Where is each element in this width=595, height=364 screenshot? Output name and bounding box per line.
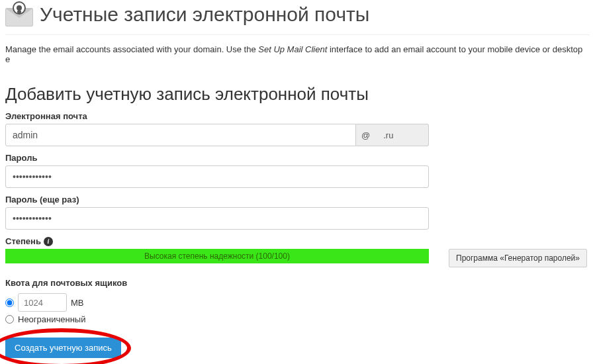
info-icon[interactable]: i — [44, 237, 53, 246]
quota-label: Квота для почтовых ящиков — [5, 278, 590, 288]
strength-bar: Высокая степень надежности (100/100) — [5, 249, 429, 263]
quota-unlimited-label: Неограниченный — [18, 314, 85, 324]
quota-unlimited-radio[interactable] — [5, 315, 14, 324]
password-label: Пароль — [5, 153, 429, 163]
section-heading: Добавить учетную запись электронной почт… — [5, 84, 590, 105]
strength-text: Высокая степень надежности (100/100) — [144, 251, 290, 261]
password-confirm-input[interactable] — [5, 207, 429, 230]
strength-label-text: Степень — [5, 236, 41, 246]
domain-suffix: .ru — [383, 130, 393, 140]
quota-limited-radio[interactable] — [5, 298, 14, 307]
intro-em: Set Up Mail Client — [258, 44, 327, 54]
strength-label: Степень i — [5, 236, 429, 246]
quota-unit: MB — [71, 298, 84, 308]
password-input[interactable] — [5, 165, 429, 188]
create-account-button[interactable]: Создать учетную запись — [5, 338, 121, 358]
at-symbol: @ — [361, 130, 370, 140]
email-domain-addon: @ .ru — [356, 124, 429, 146]
password2-label: Пароль (еще раз) — [5, 195, 429, 205]
page-title: Учетные записи электронной почты — [40, 3, 369, 26]
page-header: Учетные записи электронной почты — [5, 0, 590, 35]
password-generator-button[interactable]: Программа «Генератор паролей» — [449, 249, 587, 267]
intro-part1: Manage the email accounts associated wit… — [5, 44, 258, 54]
email-local-input[interactable] — [5, 124, 356, 146]
mail-account-icon — [5, 3, 33, 26]
intro-text: Manage the email accounts associated wit… — [5, 44, 590, 64]
quota-value-input[interactable] — [18, 293, 67, 312]
email-label: Электронная почта — [5, 111, 429, 121]
